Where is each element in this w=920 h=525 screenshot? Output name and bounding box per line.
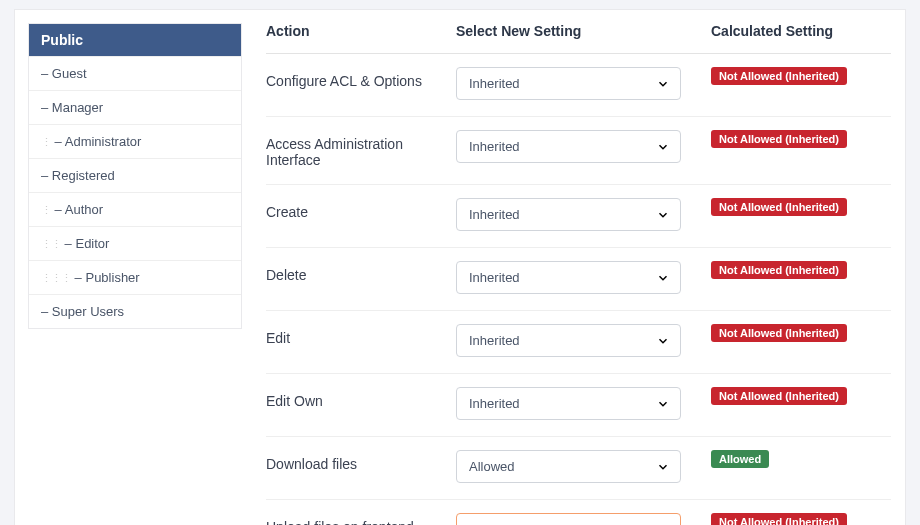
calculated-badge: Not Allowed (Inherited) <box>711 67 847 85</box>
group-sidebar: Public – Guest – Manager ⋮ – Administrat… <box>28 23 242 329</box>
calculated-badge: Not Allowed (Inherited) <box>711 513 847 525</box>
select-value: Inherited <box>469 333 520 348</box>
select-value: Inherited <box>469 207 520 222</box>
select-value: Inherited <box>469 396 520 411</box>
chevron-down-icon <box>656 140 670 154</box>
sidebar-item-manager[interactable]: – Manager <box>29 90 241 124</box>
sidebar-item-guest[interactable]: – Guest <box>29 56 241 90</box>
chevron-down-icon <box>656 271 670 285</box>
sidebar-item-label: Editor <box>75 236 109 251</box>
main-container: Public – Guest – Manager ⋮ – Administrat… <box>14 9 906 525</box>
calculated-badge: Allowed <box>711 450 769 468</box>
sidebar-item-super-users[interactable]: – Super Users <box>29 294 241 328</box>
sidebar-item-label: Super Users <box>52 304 124 319</box>
chevron-down-icon <box>656 334 670 348</box>
perm-row-access-admin: Access Administration Interface Inherite… <box>266 117 891 185</box>
sidebar-item-label: Author <box>65 202 103 217</box>
perm-row-download-files: Download files Allowed Allowed <box>266 437 891 500</box>
select-value: Inherited <box>469 76 520 91</box>
sidebar-item-label: Guest <box>52 66 87 81</box>
sidebar-item-label: Manager <box>52 100 103 115</box>
sidebar-item-publisher[interactable]: ⋮⋮⋮ – Publisher <box>29 260 241 294</box>
calculated-badge: Not Allowed (Inherited) <box>711 324 847 342</box>
sidebar-active-group[interactable]: Public <box>29 24 241 56</box>
setting-select[interactable]: Inherited <box>456 130 681 163</box>
action-label: Download files <box>266 450 456 472</box>
col-header-action: Action <box>266 23 456 39</box>
sidebar-item-editor[interactable]: ⋮⋮ – Editor <box>29 226 241 260</box>
col-header-setting: Select New Setting <box>456 23 711 39</box>
permissions-table: Action Select New Setting Calculated Set… <box>266 23 891 525</box>
select-value: Inherited <box>469 270 520 285</box>
col-header-calculated: Calculated Setting <box>711 23 891 39</box>
sidebar-item-administrator[interactable]: ⋮ – Administrator <box>29 124 241 158</box>
perm-row-configure-acl: Configure ACL & Options Inherited Not Al… <box>266 54 891 117</box>
chevron-down-icon <box>656 460 670 474</box>
action-label: Configure ACL & Options <box>266 67 456 89</box>
calculated-badge: Not Allowed (Inherited) <box>711 198 847 216</box>
sidebar-item-author[interactable]: ⋮ – Author <box>29 192 241 226</box>
calculated-badge: Not Allowed (Inherited) <box>711 261 847 279</box>
setting-select[interactable]: Inherited <box>456 387 681 420</box>
chevron-down-icon <box>656 208 670 222</box>
calculated-badge: Not Allowed (Inherited) <box>711 387 847 405</box>
table-header-row: Action Select New Setting Calculated Set… <box>266 23 891 54</box>
action-label: Delete <box>266 261 456 283</box>
sidebar-item-label: Registered <box>52 168 115 183</box>
setting-select[interactable]: Inherited <box>456 513 681 525</box>
setting-select[interactable]: Allowed <box>456 450 681 483</box>
sidebar-item-label: Publisher <box>85 270 139 285</box>
perm-row-create: Create Inherited Not Allowed (Inherited) <box>266 185 891 248</box>
perm-row-upload-files: Upload files on frontend Inherited Inher… <box>266 500 891 525</box>
action-label: Access Administration Interface <box>266 130 456 168</box>
action-label: Edit <box>266 324 456 346</box>
perm-row-delete: Delete Inherited Not Allowed (Inherited) <box>266 248 891 311</box>
select-value: Inherited <box>469 139 520 154</box>
setting-select[interactable]: Inherited <box>456 261 681 294</box>
action-label: Create <box>266 198 456 220</box>
perm-row-edit: Edit Inherited Not Allowed (Inherited) <box>266 311 891 374</box>
perm-row-edit-own: Edit Own Inherited Not Allowed (Inherite… <box>266 374 891 437</box>
setting-select[interactable]: Inherited <box>456 198 681 231</box>
sidebar-item-label: Administrator <box>65 134 142 149</box>
setting-select[interactable]: Inherited <box>456 67 681 100</box>
sidebar-item-registered[interactable]: – Registered <box>29 158 241 192</box>
chevron-down-icon <box>656 397 670 411</box>
chevron-down-icon <box>656 77 670 91</box>
select-value: Allowed <box>469 459 515 474</box>
action-label: Edit Own <box>266 387 456 409</box>
setting-select[interactable]: Inherited <box>456 324 681 357</box>
calculated-badge: Not Allowed (Inherited) <box>711 130 847 148</box>
action-label: Upload files on frontend <box>266 513 456 525</box>
